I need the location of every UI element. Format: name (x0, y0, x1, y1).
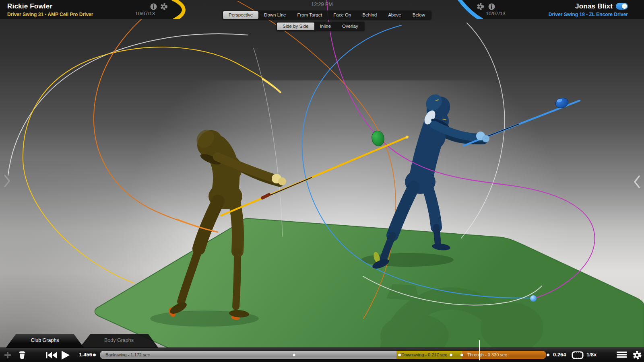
tab-below[interactable]: Below (407, 11, 431, 19)
tab-club-graphs[interactable]: Club Graphs (6, 334, 84, 348)
timeline-marker[interactable] (547, 354, 549, 356)
left-glove-2 (278, 177, 286, 185)
tab-inline[interactable]: Inline (314, 23, 337, 30)
timeline-marker[interactable] (460, 354, 463, 356)
right-panel-chevron-icon[interactable] (633, 175, 642, 189)
current-time: 1.456 (74, 348, 92, 362)
right-date: 10/07/13 (486, 11, 506, 16)
segment-downswing-label: Downswing - 0.217 sec (401, 351, 447, 359)
display-mode-tabs: Side by Side Inline Overlay (276, 22, 365, 31)
end-time: 0.264 (553, 348, 566, 362)
timeline-marker[interactable] (93, 354, 96, 356)
tab-above[interactable]: Above (382, 11, 407, 19)
film-frame-icon[interactable] (572, 351, 584, 359)
play-button[interactable] (61, 350, 70, 360)
playhead[interactable] (479, 340, 480, 360)
right-player-swing: Driver Swing 18 - ZL Encore Driver (549, 12, 628, 17)
segment-backswing-label: Backswing - 1.172 sec (105, 351, 150, 359)
tab-overlay[interactable]: Overlay (336, 23, 364, 30)
settings-gear-icon[interactable] (632, 350, 642, 360)
tab-body-graphs[interactable]: Body Graphs (80, 334, 158, 348)
golf-ball (530, 295, 537, 302)
3d-viewport[interactable] (0, 0, 644, 362)
right-glove-2 (482, 135, 489, 142)
camera-view-tabs: Perspective Down Line From Target Face O… (222, 10, 431, 20)
add-swing-button[interactable] (3, 351, 12, 360)
tab-side-by-side[interactable]: Side by Side (277, 23, 314, 30)
tab-face-on[interactable]: Face On (328, 11, 357, 19)
tab-down-line[interactable]: Down Line (258, 11, 291, 19)
tab-behind[interactable]: Behind (357, 11, 382, 19)
timeline-marker[interactable] (450, 354, 452, 356)
tab-perspective[interactable]: Perspective (223, 11, 258, 19)
timeline-marker[interactable] (293, 354, 295, 356)
timeline-marker[interactable] (398, 354, 401, 356)
left-player-swing: Driver Swing 31 - AMP Cell Pro Driver (7, 12, 93, 17)
left-date: 10/07/13 (135, 11, 155, 16)
left-panel-chevron-icon[interactable] (2, 174, 11, 188)
menu-icon[interactable] (617, 352, 627, 358)
clock: 12:29 PM (0, 2, 644, 7)
tab-from-target[interactable]: From Target (291, 11, 328, 19)
rewind-button[interactable] (46, 352, 57, 359)
segment-through-label: Through - 0.330 sec (467, 351, 507, 359)
trash-icon[interactable] (18, 350, 26, 360)
playback-speed[interactable]: 1/8x (586, 348, 597, 362)
